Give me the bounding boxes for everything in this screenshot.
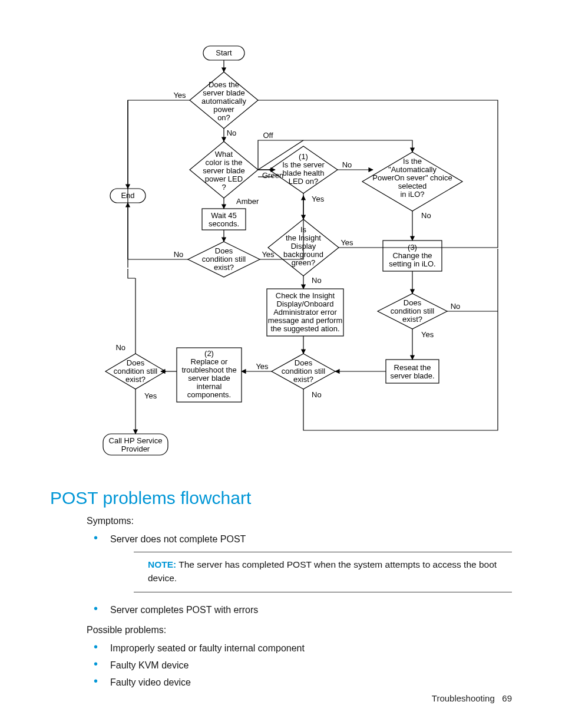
node-wait-l1: Wait 45 bbox=[211, 211, 237, 220]
node-replace-l3: troubleshoot the bbox=[181, 365, 236, 374]
node-d-auto-l4: power bbox=[213, 105, 234, 114]
node-d-ilo-l4: selected bbox=[398, 182, 427, 190]
node-check-l4: message and perform bbox=[268, 316, 342, 325]
node-reseat-l2: server blade. bbox=[390, 371, 434, 380]
node-d-auto-l3: automatically bbox=[201, 97, 246, 106]
node-check-l1: Check the Insight bbox=[276, 291, 335, 300]
node-d-health-l4: LED on? bbox=[289, 177, 319, 186]
label-no-3: No bbox=[342, 160, 352, 169]
node-d-color-l3: server blade bbox=[203, 166, 245, 175]
list-item-text: Faulty KVM device bbox=[110, 660, 189, 670]
flowchart-diagram: Start Does the server blade automaticall… bbox=[85, 41, 510, 477]
node-d-cond-left-l3: exist? bbox=[214, 263, 234, 272]
label-yes-4: Yes bbox=[340, 238, 353, 247]
node-change-l1: (3) bbox=[408, 243, 417, 252]
symptoms-list: Server does not complete POST NOTE: The … bbox=[87, 532, 512, 617]
node-d-insight-l5: green? bbox=[292, 258, 315, 267]
label-no-2: No bbox=[174, 250, 184, 259]
node-d-color-l1: What bbox=[215, 150, 233, 159]
note-text: The server has completed POST when the s… bbox=[148, 559, 497, 582]
label-no-7: No bbox=[312, 390, 322, 399]
node-replace-l4: server blade bbox=[188, 374, 230, 383]
node-d-cond-left-l1: Does bbox=[215, 246, 233, 255]
label-no-6: No bbox=[451, 302, 461, 311]
node-d-cond-r-l2: condition still bbox=[391, 307, 435, 315]
list-item: Faulty KVM device bbox=[87, 658, 512, 672]
node-d-ilo-l2: "Automatically bbox=[388, 165, 437, 174]
node-d-cond-r-l1: Does bbox=[404, 298, 422, 307]
node-callhp-l2: Provider bbox=[121, 444, 150, 453]
label-amber: Amber bbox=[236, 197, 259, 206]
list-item: Server completes POST with errors bbox=[87, 603, 512, 617]
node-d-cond-left-l2: condition still bbox=[202, 255, 246, 263]
node-d-insight-l3: Display bbox=[291, 242, 316, 251]
label-yes-6: Yes bbox=[256, 362, 269, 371]
label-yes-5: Yes bbox=[421, 330, 434, 339]
node-d-health-l3: blade health bbox=[283, 169, 325, 177]
node-d-cond-mid-l1: Does bbox=[295, 358, 313, 367]
label-no-1: No bbox=[227, 129, 237, 137]
node-d-insight-l2: the Insight bbox=[286, 233, 321, 242]
node-d-ilo-l1: Is the bbox=[403, 157, 422, 166]
symptoms-label: Symptoms: bbox=[87, 514, 512, 528]
node-d-cond-mid-l2: condition still bbox=[282, 367, 326, 375]
node-d-color-l2: color is the bbox=[206, 158, 243, 167]
list-item-text: Server does not complete POST bbox=[110, 534, 246, 544]
label-yes-2: Yes bbox=[262, 250, 275, 259]
node-reseat-l1: Reseat the bbox=[394, 363, 431, 372]
node-replace-l2: Replace or bbox=[191, 357, 229, 366]
list-item-text: Faulty video device bbox=[110, 677, 191, 687]
possible-label: Possible problems: bbox=[87, 623, 512, 637]
document-page: Start Does the server blade automaticall… bbox=[0, 0, 562, 728]
node-check-l5: the suggested ation. bbox=[270, 324, 339, 333]
list-item-text: Improperly seated or faulty internal com… bbox=[110, 643, 305, 653]
node-check-l3: Administrator error bbox=[273, 308, 337, 317]
node-replace-l1: (2) bbox=[204, 349, 214, 358]
node-d-auto-l1: Does the bbox=[209, 80, 239, 89]
possible-list: Improperly seated or faulty internal com… bbox=[87, 641, 512, 690]
node-check-l2: Display/Onboard bbox=[277, 299, 334, 308]
node-d-cond-far-l1: Does bbox=[127, 358, 145, 367]
node-d-color-l5: ? bbox=[222, 183, 226, 192]
label-green: Green bbox=[262, 171, 283, 180]
node-callhp-l1: Call HP Service bbox=[109, 436, 163, 445]
node-d-health-l2: Is the server bbox=[282, 160, 325, 169]
node-d-ilo-l3: PowerOn sever" choice bbox=[372, 173, 452, 182]
node-d-auto-l5: on? bbox=[217, 113, 230, 122]
node-d-cond-far-l3: exist? bbox=[125, 375, 146, 384]
node-end: End bbox=[121, 191, 134, 200]
page-footer: Troubleshooting 69 bbox=[432, 693, 512, 703]
node-wait-l2: seconds. bbox=[209, 219, 239, 228]
list-item-text: Server completes POST with errors bbox=[110, 605, 258, 615]
node-replace-l6: components. bbox=[187, 390, 231, 399]
label-no-5: No bbox=[312, 276, 322, 285]
node-change-l2: Change the bbox=[392, 251, 432, 260]
footer-section: Troubleshooting bbox=[432, 693, 495, 703]
note-box: NOTE: The server has completed POST when… bbox=[134, 552, 512, 592]
node-d-insight-l4: background bbox=[283, 250, 323, 259]
node-d-cond-r-l3: exist? bbox=[402, 315, 422, 324]
label-no-4: No bbox=[421, 211, 431, 220]
node-d-insight-l1: Is bbox=[300, 225, 307, 234]
node-d-color-l4: power LED bbox=[205, 174, 243, 183]
node-d-ilo-l5: in iLO? bbox=[400, 190, 424, 199]
node-d-cond-far-l2: condition still bbox=[114, 367, 158, 375]
list-item: Faulty video device bbox=[87, 676, 512, 689]
node-replace-l5: internal bbox=[197, 382, 222, 391]
list-item: Server does not complete POST NOTE: The … bbox=[87, 532, 512, 592]
label-yes-7: Yes bbox=[144, 391, 157, 400]
node-change-l3: setting in iLO. bbox=[389, 259, 436, 268]
list-item: Improperly seated or faulty internal com… bbox=[87, 641, 512, 655]
node-d-cond-mid-l3: exist? bbox=[293, 375, 313, 384]
note-label: NOTE: bbox=[148, 559, 176, 569]
node-d-auto-l2: server blade bbox=[203, 88, 245, 97]
label-off: Off bbox=[263, 131, 273, 140]
node-d-health-l1: (1) bbox=[299, 152, 308, 161]
footer-page: 69 bbox=[502, 693, 512, 703]
label-yes-1: Yes bbox=[173, 91, 186, 100]
section-heading: POST problems flowchart bbox=[50, 488, 512, 508]
body-content: Symptoms: Server does not complete POST … bbox=[87, 514, 512, 689]
label-no-8: No bbox=[115, 343, 125, 352]
node-start: Start bbox=[216, 48, 232, 57]
label-yes-3: Yes bbox=[312, 195, 325, 203]
